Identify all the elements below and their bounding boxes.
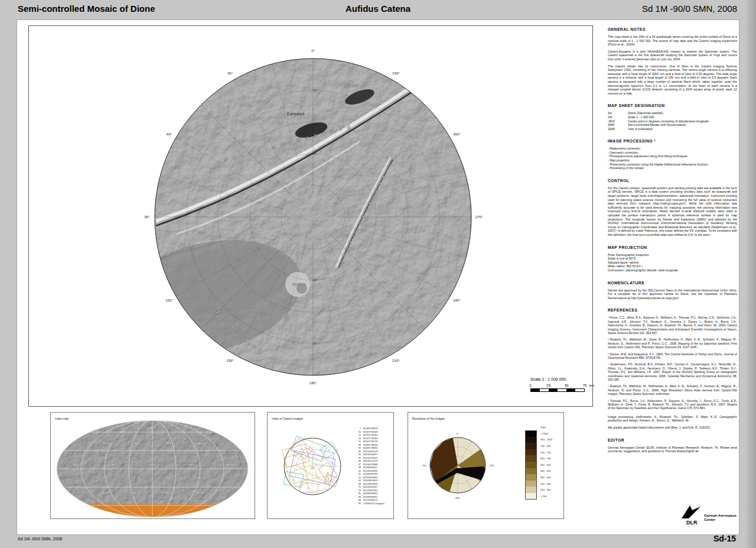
rim-label: 120° <box>165 299 172 302</box>
legend-label: 750 - 950 <box>540 445 551 448</box>
sheet-header: Semi-controlled Mosaic of Dione Aufidus … <box>0 0 756 19</box>
quad-label: Sd-9 <box>189 463 194 466</box>
legend-swatch <box>525 455 537 462</box>
rim-label: 210° <box>392 359 399 362</box>
scale-segment <box>540 389 549 391</box>
legend-swatch <box>525 443 537 449</box>
credits-paragraph: Image processing: Hoffmeister, A., Roats… <box>608 415 737 423</box>
footprint-number: 79 <box>317 483 320 486</box>
legend-row: 700 - 750 <box>525 449 552 456</box>
quad-label: Sd-14 <box>197 491 203 494</box>
section-map-projection: MAP PROJECTION Polar Stereographic proje… <box>608 245 737 273</box>
scale-tick: 50 <box>565 384 569 387</box>
index-map-title: Index map <box>55 417 69 420</box>
legend-label: 450 - 650 <box>540 463 551 466</box>
quad-label: Sd-5 <box>197 442 203 445</box>
cassini-index-panel: Index of Cassini images 1037436314735184… <box>267 412 394 519</box>
projection-line: Grid system: planetographic latitude, we… <box>608 268 737 273</box>
legend-row: < 250 <box>525 493 552 500</box>
legend-label: > 1500 <box>540 432 548 435</box>
rim-label: 300° <box>453 132 460 136</box>
scale-tick: 0 <box>529 384 531 387</box>
processing-item: - Radiometric correction <box>608 147 737 151</box>
designation-code: SMN <box>608 123 628 127</box>
legend-swatch <box>525 449 537 456</box>
cassini-index-title: Index of Cassini images <box>272 417 303 420</box>
legend-swatch <box>525 430 537 437</box>
label-polites: Polites <box>292 283 307 286</box>
designation-desc: Dione (Saturnian satellite) <box>628 111 663 115</box>
rim-label: 30° <box>227 72 233 75</box>
rim-label: 330° <box>392 72 399 75</box>
legend-label: 350 - 400 <box>540 476 551 479</box>
footprint-number: 14 <box>295 468 298 471</box>
current-sheet-highlight <box>51 504 255 518</box>
legend-row: 950 - 1500 <box>525 437 552 443</box>
designation-code: 2008 <box>608 127 628 131</box>
main-map-panel: Nisus Euryalus P A L A T I N E C H A S M… <box>28 25 593 407</box>
scale-ticks: 0255075km <box>530 384 589 388</box>
legend-label: 650 - 700 <box>540 457 551 460</box>
resolution-rim-label: 0° <box>457 432 459 435</box>
sheet-designation-code: Sd 1M -90/0 SMN, 2008 <box>642 4 737 14</box>
lat-label: -80° <box>312 152 317 155</box>
legend-label: 250 - 300 <box>540 488 551 491</box>
resolution-legend-rows: > 1500950 - 1500750 - 950700 - 750650 - … <box>525 430 552 500</box>
rim-label: 240° <box>453 299 460 302</box>
designation-desc: Year of publication <box>628 127 653 131</box>
legend-swatch <box>525 481 537 487</box>
references-heading: REFERENCES <box>608 308 737 312</box>
resolution-legend: m/px > 1500950 - 1500750 - 950700 - 7506… <box>525 430 552 500</box>
dlr-logo-icon <box>680 504 702 520</box>
designation-desc: Scale 1 : 1 000 000 <box>628 115 654 119</box>
scale-segment <box>558 389 566 391</box>
projection-line: Adopted figure: sphere <box>608 261 737 265</box>
scale-segment <box>575 389 584 391</box>
quad-label: Sd-3 <box>134 442 139 445</box>
legend-swatch <box>525 493 537 500</box>
section-control: CONTROL For the Cassini mission, spacecr… <box>608 179 737 237</box>
reference-list: ¹ Porco, C.C., West, R.A., Squyres, S., … <box>608 316 737 410</box>
legend-row: 300 - 350 <box>525 481 552 487</box>
editor-heading: EDITOR <box>608 438 737 442</box>
quad-label: Sd-1 <box>150 426 155 429</box>
scale-bar: Scale 1 : 1 000 000 0255075km <box>530 377 589 392</box>
legend-row: > 1500 <box>525 430 552 437</box>
legend-label: 300 - 350 <box>540 482 551 485</box>
quad-label: Sd-13 <box>165 491 172 494</box>
acknowledgement-paragraph: We greatly appreciate helpful discussion… <box>608 426 737 430</box>
designation-rows: SdDione (Saturnian satellite)1MScale 1 :… <box>608 111 737 131</box>
rim-label: 150° <box>226 359 233 362</box>
control-paragraph: For the Cassini mission, spacecraft posi… <box>608 186 737 237</box>
section-map-sheet-designation: MAP SHEET DESIGNATION SdDione (Saturnian… <box>608 103 737 131</box>
designation-row: 2008Year of publication <box>608 127 737 131</box>
footprint-number: 36 <box>330 479 333 482</box>
nomenclature-paragraph: Names are approved by the ISS-Camera Tea… <box>608 288 737 300</box>
legend-label: 700 - 750 <box>540 451 551 454</box>
lat-label: -70° <box>312 89 317 92</box>
rim-label: 270° <box>475 215 483 219</box>
section-references: REFERENCES ¹ Porco, C.C., West, R.A., Sq… <box>608 308 737 429</box>
designation-row: SdDione (Saturnian satellite) <box>608 111 737 115</box>
reference-item: ² Roatsch, Th., Wählisch, M., Giese, B.,… <box>608 338 737 349</box>
control-heading: CONTROL <box>608 179 737 183</box>
designation-code: Sd <box>608 111 628 115</box>
quad-label: Sd-2 <box>103 442 108 445</box>
reference-item: ⁴ Seidelmann, P.K., Archinal, B.A., A'he… <box>608 362 737 381</box>
legend-swatch <box>525 462 537 468</box>
general-notes-p2: Cassini-Huygens is a joint NASA/ESA/ASI … <box>608 50 737 61</box>
lat-label: -70° <box>312 342 317 345</box>
image-number: 95 <box>355 502 361 505</box>
legend-row: 350 - 400 <box>525 474 552 481</box>
dlr-abbr: DLR <box>686 520 698 526</box>
quad-label: Sd-4 <box>166 442 171 445</box>
reference-item: ³ Davies, M.E. and Katayama, F.Y., 1983,… <box>608 352 737 360</box>
legend-swatch <box>525 468 537 475</box>
resolution-title: Resolution of the images <box>412 417 445 420</box>
scale-segment <box>549 389 558 391</box>
legend-row: 250 - 300 <box>525 487 552 493</box>
footer-designation: Sd 1M -90/0 SMN, 2008 <box>18 537 62 541</box>
reference-item: ¹ Porco, C.C., West, R.A., Squyres, S., … <box>608 316 737 335</box>
cassini-footprint-chart: 1037436314735184401179467536 <box>268 413 356 518</box>
footprint-number: 40 <box>327 471 330 474</box>
